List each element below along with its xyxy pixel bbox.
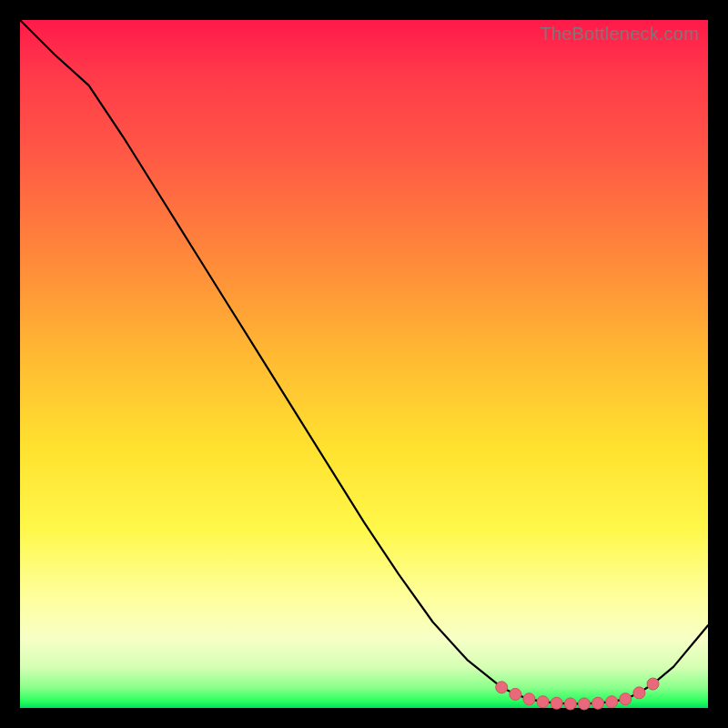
marker-dot bbox=[496, 682, 508, 693]
marker-dot bbox=[633, 687, 645, 699]
marker-dot bbox=[592, 697, 604, 709]
marker-dot bbox=[578, 698, 590, 710]
marker-dot bbox=[551, 697, 562, 709]
plot-area: TheBottleneck.com bbox=[20, 20, 708, 708]
marker-dot bbox=[510, 688, 521, 700]
marker-dot bbox=[523, 693, 535, 705]
bottleneck-curve bbox=[20, 20, 708, 703]
marker-dot bbox=[564, 698, 576, 710]
marker-dot bbox=[620, 693, 632, 705]
marker-dot bbox=[647, 678, 659, 690]
chart-frame: TheBottleneck.com bbox=[0, 0, 728, 728]
marker-dot bbox=[537, 696, 549, 708]
marker-dot bbox=[606, 696, 618, 708]
marker-group bbox=[496, 678, 659, 710]
curve-svg bbox=[20, 20, 708, 708]
